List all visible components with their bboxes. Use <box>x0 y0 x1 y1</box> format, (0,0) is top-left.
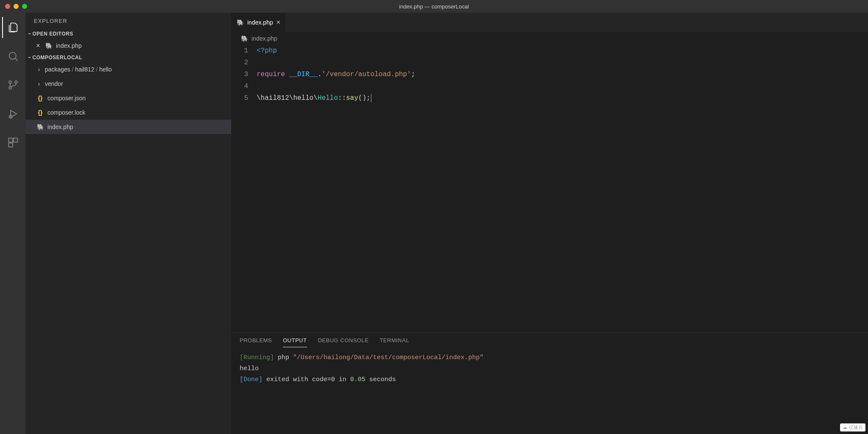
branch-icon <box>7 79 19 91</box>
php-icon: 🐘 <box>45 42 53 49</box>
open-editors-header[interactable]: › OPEN EDITORS <box>25 29 231 38</box>
window-controls <box>0 4 27 9</box>
svg-rect-9 <box>9 143 13 147</box>
folder-name: packages / hail812 / hello <box>45 66 112 73</box>
close-window-button[interactable] <box>5 4 10 9</box>
extensions-icon <box>7 137 19 148</box>
svg-line-1 <box>15 58 18 61</box>
php-icon: 🐘 <box>240 35 248 42</box>
output-line: [Running] php "/Users/hailong/Data/test/… <box>240 352 860 363</box>
panel-tab-problems[interactable]: PROBLEMS <box>240 337 272 347</box>
files-icon <box>7 22 19 33</box>
chevron-down-icon: › <box>27 33 33 35</box>
svg-point-4 <box>15 81 17 83</box>
json-icon: {} <box>36 94 44 102</box>
chevron-right-icon: › <box>36 66 41 73</box>
file-item[interactable]: {}composer.lock <box>25 105 231 120</box>
svg-rect-8 <box>14 138 17 142</box>
chevron-down-icon: › <box>27 57 33 59</box>
breadcrumb-file: index.php <box>252 35 277 42</box>
svg-point-3 <box>9 87 11 89</box>
editor-tabs: 🐘 index.php × <box>231 13 868 32</box>
file-item[interactable]: {}composer.json <box>25 91 231 105</box>
debug-activity[interactable] <box>2 103 23 124</box>
open-editors-label: OPEN EDITORS <box>33 31 73 37</box>
close-editor-icon[interactable]: × <box>35 42 41 49</box>
open-editor-filename: index.php <box>56 42 82 49</box>
workspace-tree: ›packages / hail812 / hello›vendor{}comp… <box>25 62 231 134</box>
svg-marker-5 <box>11 110 17 117</box>
panel-tab-terminal[interactable]: TERMINAL <box>380 337 409 347</box>
editor-tab[interactable]: 🐘 index.php × <box>231 13 286 32</box>
output-line: [Done] exited with code=0 in 0.05 second… <box>240 374 860 385</box>
cloud-icon: ☁ <box>843 425 847 430</box>
close-tab-icon[interactable]: × <box>276 19 280 26</box>
explorer-sidebar: EXPLORER › OPEN EDITORS × 🐘 index.php › … <box>25 13 231 434</box>
line-numbers: 12345 <box>231 45 257 332</box>
chevron-right-icon: › <box>36 80 41 87</box>
titlebar: index.php — composerLocal <box>0 0 868 13</box>
breadcrumbs[interactable]: 🐘 index.php <box>231 32 868 45</box>
panel-tabs: PROBLEMS OUTPUT DEBUG CONSOLE TERMINAL <box>231 333 868 347</box>
bottom-panel: PROBLEMS OUTPUT DEBUG CONSOLE TERMINAL [… <box>231 332 868 434</box>
svg-point-0 <box>9 52 16 59</box>
svg-rect-7 <box>9 138 13 142</box>
workspace-header[interactable]: › COMPOSERLOCAL <box>25 53 231 62</box>
tab-filename: index.php <box>247 19 273 26</box>
source-control-activity[interactable] <box>2 74 23 96</box>
folder-item[interactable]: ›vendor <box>25 77 231 91</box>
workspace-label: COMPOSERLOCAL <box>33 55 83 60</box>
svg-point-2 <box>9 81 11 83</box>
php-icon: 🐘 <box>36 123 44 131</box>
panel-tab-debug-console[interactable]: DEBUG CONSOLE <box>318 337 369 347</box>
panel-tab-output[interactable]: OUTPUT <box>283 337 307 347</box>
editor-group: 🐘 index.php × 🐘 index.php 12345 <?phpreq… <box>231 13 868 434</box>
code-content[interactable]: <?phprequire __DIR__.'/vendor/autoload.p… <box>257 45 868 332</box>
json-icon: {} <box>36 109 44 116</box>
extensions-activity[interactable] <box>2 132 23 153</box>
open-editor-item[interactable]: × 🐘 index.php <box>25 38 231 53</box>
code-editor[interactable]: 12345 <?phprequire __DIR__.'/vendor/auto… <box>231 45 868 332</box>
search-icon <box>7 50 19 62</box>
search-activity[interactable] <box>2 46 23 67</box>
sidebar-title: EXPLORER <box>25 13 231 29</box>
minimize-window-button[interactable] <box>14 4 19 9</box>
php-icon: 🐘 <box>236 19 244 26</box>
window-title: index.php — composerLocal <box>399 3 469 10</box>
explorer-activity[interactable] <box>2 17 23 38</box>
watermark: ☁ 亿速云 <box>840 423 865 431</box>
debug-icon <box>7 108 19 120</box>
output-panel[interactable]: [Running] php "/Users/hailong/Data/test/… <box>231 347 868 434</box>
output-line: hello <box>240 363 860 374</box>
folder-name: vendor <box>45 80 63 87</box>
file-name: composer.json <box>47 95 86 102</box>
maximize-window-button[interactable] <box>22 4 27 9</box>
file-item[interactable]: 🐘index.php <box>25 120 231 134</box>
open-editors-list: × 🐘 index.php <box>25 38 231 53</box>
folder-item[interactable]: ›packages / hail812 / hello <box>25 62 231 77</box>
file-name: index.php <box>47 124 73 130</box>
file-name: composer.lock <box>47 109 85 116</box>
activity-bar <box>0 13 25 434</box>
